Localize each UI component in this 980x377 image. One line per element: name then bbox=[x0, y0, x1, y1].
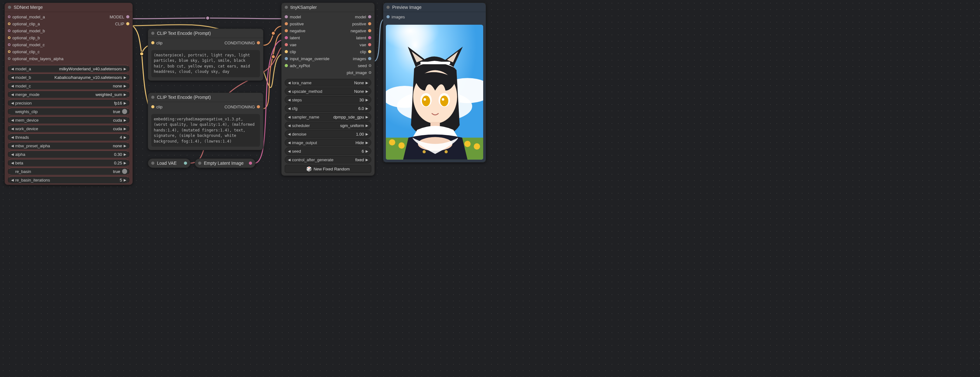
toggle-knob-icon[interactable] bbox=[122, 169, 127, 174]
node-header[interactable]: CLIP Text Encode (Prompt) bbox=[148, 93, 263, 102]
collapse-dot-icon[interactable] bbox=[151, 162, 154, 165]
arrow-left-icon[interactable]: ◀ bbox=[287, 149, 291, 153]
port-input[interactable] bbox=[285, 50, 288, 53]
arrow-left-icon[interactable]: ◀ bbox=[287, 124, 291, 128]
port-input[interactable] bbox=[8, 22, 11, 25]
port-input[interactable] bbox=[8, 57, 11, 60]
reroute-model[interactable] bbox=[205, 16, 210, 20]
widget-re_basin[interactable]: re_basintrue bbox=[8, 168, 129, 175]
arrow-right-icon[interactable]: ▶ bbox=[364, 89, 369, 93]
reroute-cond2[interactable] bbox=[271, 54, 275, 59]
port-input[interactable] bbox=[8, 51, 11, 53]
node-preview-image[interactable]: Preview Image images bbox=[383, 3, 486, 163]
port-output-conditioning[interactable] bbox=[257, 41, 260, 44]
arrow-right-icon[interactable]: ▶ bbox=[364, 149, 369, 153]
arrow-right-icon[interactable]: ▶ bbox=[123, 75, 127, 79]
arrow-left-icon[interactable]: ◀ bbox=[10, 144, 14, 148]
port-input[interactable] bbox=[8, 36, 11, 39]
port-input[interactable] bbox=[285, 22, 288, 25]
port-output[interactable] bbox=[368, 29, 371, 32]
arrow-right-icon[interactable]: ▶ bbox=[364, 124, 369, 128]
arrow-left-icon[interactable]: ◀ bbox=[10, 178, 14, 182]
preview-image[interactable] bbox=[386, 25, 483, 160]
arrow-right-icon[interactable]: ▶ bbox=[123, 67, 127, 71]
arrow-right-icon[interactable]: ▶ bbox=[123, 178, 127, 182]
arrow-right-icon[interactable]: ▶ bbox=[364, 98, 369, 102]
widget-upscale_method[interactable]: ◀upscale_methodNone▶ bbox=[285, 87, 371, 95]
node-header[interactable]: tinyKSampler bbox=[282, 3, 374, 12]
port-input-images[interactable] bbox=[387, 15, 390, 18]
arrow-right-icon[interactable]: ▶ bbox=[123, 135, 127, 139]
arrow-right-icon[interactable]: ▶ bbox=[123, 92, 127, 97]
port-output[interactable] bbox=[368, 43, 371, 46]
node-load-vae[interactable]: Load VAE bbox=[148, 158, 191, 168]
port-output[interactable] bbox=[126, 15, 129, 18]
widget-sampler_name[interactable]: ◀sampler_namedpmpp_sde_gpu▶ bbox=[285, 113, 371, 121]
arrow-right-icon[interactable]: ▶ bbox=[123, 152, 127, 157]
collapse-dot-icon[interactable] bbox=[198, 162, 201, 165]
widget-work_device[interactable]: ◀work_devicecuda▶ bbox=[8, 125, 129, 132]
arrow-left-icon[interactable]: ◀ bbox=[10, 67, 14, 71]
widget-model_c[interactable]: ◀model_cnone▶ bbox=[8, 82, 129, 90]
arrow-left-icon[interactable]: ◀ bbox=[287, 115, 291, 119]
arrow-left-icon[interactable]: ◀ bbox=[10, 75, 14, 79]
widget-denoise[interactable]: ◀denoise1.00▶ bbox=[285, 130, 371, 138]
arrow-left-icon[interactable]: ◀ bbox=[10, 161, 14, 165]
port-output[interactable] bbox=[368, 15, 371, 18]
widget-precision[interactable]: ◀precisionfp16▶ bbox=[8, 99, 129, 107]
arrow-left-icon[interactable]: ◀ bbox=[287, 132, 291, 136]
port-output[interactable] bbox=[368, 22, 371, 25]
arrow-right-icon[interactable]: ▶ bbox=[123, 144, 127, 148]
widget-threads[interactable]: ◀threads4▶ bbox=[8, 133, 129, 141]
arrow-left-icon[interactable]: ◀ bbox=[287, 158, 291, 162]
widget-model_b[interactable]: ◀model_bKabalico/hanayume_v10.safetensor… bbox=[8, 73, 129, 81]
arrow-right-icon[interactable]: ▶ bbox=[364, 132, 369, 136]
collapse-dot-icon[interactable] bbox=[151, 32, 154, 35]
port-output[interactable] bbox=[368, 50, 371, 53]
widget-re_basin_iterations[interactable]: ◀re_basin_iterations5▶ bbox=[8, 176, 129, 184]
port-input[interactable] bbox=[285, 43, 288, 46]
port-input[interactable] bbox=[285, 57, 288, 60]
arrow-left-icon[interactable]: ◀ bbox=[287, 98, 291, 102]
arrow-right-icon[interactable]: ▶ bbox=[123, 101, 127, 105]
widget-model_a[interactable]: ◀model_amilkyWonderland_v40.safetensors▶ bbox=[8, 65, 129, 73]
reroute-clip[interactable] bbox=[140, 52, 144, 56]
arrow-left-icon[interactable]: ◀ bbox=[287, 81, 291, 85]
arrow-left-icon[interactable]: ◀ bbox=[10, 101, 14, 105]
arrow-left-icon[interactable]: ◀ bbox=[10, 135, 14, 139]
port-output[interactable] bbox=[368, 57, 371, 60]
port-input[interactable] bbox=[8, 30, 11, 32]
port-output-conditioning[interactable] bbox=[257, 105, 260, 108]
toggle-knob-icon[interactable] bbox=[122, 109, 127, 114]
port-input[interactable] bbox=[285, 36, 288, 39]
port-input[interactable] bbox=[8, 43, 11, 46]
node-empty-latent[interactable]: Empty Latent Image bbox=[195, 158, 256, 168]
arrow-right-icon[interactable]: ▶ bbox=[123, 84, 127, 88]
arrow-left-icon[interactable]: ◀ bbox=[287, 141, 291, 145]
widget-steps[interactable]: ◀steps30▶ bbox=[285, 96, 371, 104]
arrow-left-icon[interactable]: ◀ bbox=[10, 127, 14, 131]
port-input[interactable] bbox=[285, 15, 288, 18]
arrow-right-icon[interactable]: ▶ bbox=[123, 118, 127, 122]
widget-scheduler[interactable]: ◀schedulersgm_uniform▶ bbox=[285, 122, 371, 129]
widget-lora_name[interactable]: ◀lora_nameNone▶ bbox=[285, 79, 371, 87]
port-input-clip[interactable] bbox=[151, 41, 154, 44]
collapse-dot-icon[interactable] bbox=[8, 6, 11, 9]
port-output[interactable] bbox=[368, 36, 371, 39]
widget-mbw_preset_alpha[interactable]: ◀mbw_preset_alphanone▶ bbox=[8, 142, 129, 149]
new-fixed-random-button[interactable]: 🎲 New Fixed Random bbox=[285, 165, 371, 173]
widget-weights_clip[interactable]: weights_cliptrue bbox=[8, 108, 129, 115]
port-output[interactable] bbox=[126, 22, 129, 25]
widget-seed[interactable]: ◀seed6▶ bbox=[285, 147, 371, 155]
arrow-left-icon[interactable]: ◀ bbox=[10, 84, 14, 88]
node-header[interactable]: SDNext Merge bbox=[5, 3, 132, 12]
widget-merge_mode[interactable]: ◀merge_modeweighted_sum▶ bbox=[8, 90, 129, 98]
node-header[interactable]: CLIP Text Encode (Prompt) bbox=[148, 29, 263, 38]
collapse-dot-icon[interactable] bbox=[285, 6, 288, 9]
prompt-textarea[interactable]: (masterpiece), portrait, light rays, lig… bbox=[151, 50, 260, 77]
arrow-right-icon[interactable]: ▶ bbox=[123, 161, 127, 165]
port-output[interactable] bbox=[369, 64, 371, 67]
port-input[interactable] bbox=[8, 16, 11, 18]
arrow-right-icon[interactable]: ▶ bbox=[364, 158, 369, 162]
port-input[interactable] bbox=[285, 29, 288, 32]
